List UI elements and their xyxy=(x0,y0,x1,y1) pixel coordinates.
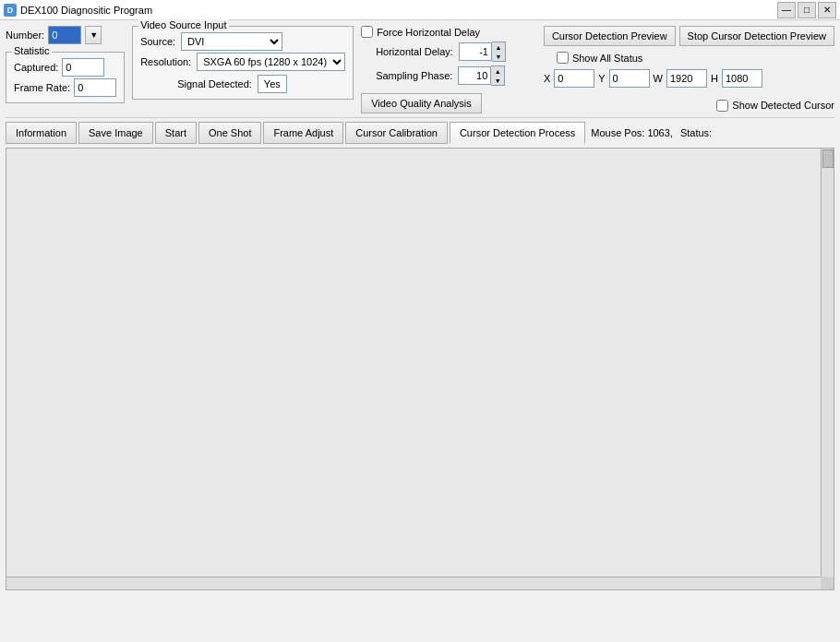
right-controls: Force Horizontal Delay Horizontal Delay:… xyxy=(361,26,834,113)
cursor-calibration-tab[interactable]: Cursor Calibration xyxy=(345,122,448,144)
hdelay-label: Horizontal Delay: xyxy=(376,46,453,57)
framerate-label: Frame Rate: xyxy=(14,82,70,93)
save-image-tab[interactable]: Save Image xyxy=(78,122,153,144)
scrollbar-vertical[interactable] xyxy=(821,149,834,589)
stop-cursor-detection-btn[interactable]: Stop Cursor Detection Preview xyxy=(679,26,834,46)
number-dropdown-btn[interactable]: ▼ xyxy=(85,26,102,44)
close-button[interactable]: ✕ xyxy=(818,2,836,18)
sampling-up-btn[interactable]: ▲ xyxy=(491,66,504,76)
x-label: X xyxy=(544,73,550,84)
cursor-detection-process-tab[interactable]: Cursor Detection Process xyxy=(450,122,585,144)
signal-row: Signal Detected: Yes xyxy=(140,75,345,93)
statistic-box: Statistic Captured: Frame Rate: xyxy=(6,52,125,103)
video-source-box: Video Source Input Source: DVI VGA HDMI … xyxy=(132,26,354,100)
framerate-input[interactable] xyxy=(74,78,116,97)
x-input[interactable] xyxy=(554,69,594,88)
information-tab[interactable]: Information xyxy=(6,122,77,144)
corner-resize xyxy=(821,577,834,589)
scrollbar-thumb-v xyxy=(822,149,834,168)
framerate-row: Frame Rate: xyxy=(14,78,116,97)
number-input[interactable] xyxy=(48,26,81,44)
status-label: Status: xyxy=(680,127,712,138)
resolution-label: Resolution: xyxy=(140,56,191,67)
w-label: W xyxy=(654,73,663,84)
video-source-label: Video Source Input xyxy=(138,19,228,30)
force-horizontal-label: Force Horizontal Delay xyxy=(377,27,480,38)
coords-row: X Y W H xyxy=(544,69,834,88)
hdelay-row: Horizontal Delay: ▲ ▼ xyxy=(361,42,506,62)
top-controls: Number: ▼ Statistic Captured: Frame Rate… xyxy=(6,26,834,113)
sampling-row: Sampling Phase: ▲ ▼ xyxy=(361,65,506,86)
start-tab[interactable]: Start xyxy=(155,122,197,144)
force-horizontal-row: Force Horizontal Delay xyxy=(361,26,506,38)
captured-input[interactable] xyxy=(62,58,104,77)
show-detected-label: Show Detected Cursor xyxy=(732,100,834,111)
show-all-checkbox[interactable] xyxy=(557,52,569,64)
status-bar: Mouse Pos: 1063, Status: xyxy=(591,127,712,138)
captured-row: Captured: xyxy=(14,58,116,77)
frame-adjust-tab[interactable]: Frame Adjust xyxy=(263,122,343,144)
canvas-area xyxy=(6,148,834,590)
hdelay-down-btn[interactable]: ▼ xyxy=(492,52,505,61)
mouse-pos: Mouse Pos: 1063, xyxy=(591,127,673,138)
window-title: DEX100 Diagnositic Program xyxy=(20,5,777,16)
title-bar: D DEX100 Diagnositic Program — □ ✕ xyxy=(0,0,840,20)
sampling-down-btn[interactable]: ▼ xyxy=(491,76,504,85)
hdelay-input[interactable] xyxy=(459,42,492,61)
window-controls: — □ ✕ xyxy=(777,2,836,18)
number-label: Number: xyxy=(6,30,44,41)
y-input[interactable] xyxy=(609,69,650,88)
force-horizontal-checkbox[interactable] xyxy=(361,26,373,38)
signal-label: Signal Detected: xyxy=(177,78,252,89)
hdelay-spinner: ▲ ▼ xyxy=(459,42,506,62)
app-icon: D xyxy=(4,4,17,17)
force-horizontal-check-wrap: Force Horizontal Delay xyxy=(361,26,480,38)
resolution-row: Resolution: SXGA 60 fps (1280 x 1024) 10… xyxy=(140,53,345,71)
one-shot-tab[interactable]: One Shot xyxy=(198,122,261,144)
show-all-label: Show All Status xyxy=(572,53,642,64)
toolbar: Information Save Image Start One Shot Fr… xyxy=(6,117,834,144)
show-all-row: Show All Status xyxy=(557,52,834,64)
scrollbar-horizontal[interactable] xyxy=(6,577,821,589)
source-label: Source: xyxy=(140,36,175,47)
sampling-input[interactable] xyxy=(458,66,491,85)
cursor-detection-preview-btn[interactable]: Cursor Detection Preview xyxy=(544,26,676,46)
h-label: H xyxy=(711,73,718,84)
captured-label: Captured: xyxy=(14,62,58,73)
cursor-detection-btns: Cursor Detection Preview Stop Cursor Det… xyxy=(544,26,834,46)
y-label: Y xyxy=(598,73,605,84)
resolution-select[interactable]: SXGA 60 fps (1280 x 1024) 1080p 60 fps (… xyxy=(197,53,345,71)
w-input[interactable] xyxy=(666,69,707,88)
number-row: Number: ▼ xyxy=(6,26,125,44)
minimize-button[interactable]: — xyxy=(777,2,796,18)
hdelay-spinner-btns: ▲ ▼ xyxy=(492,42,506,62)
video-quality-btn[interactable]: Video Quality Analysis xyxy=(361,93,482,113)
h-input[interactable] xyxy=(722,69,762,88)
show-detected-row: Show Detected Cursor xyxy=(716,100,834,112)
maximize-button[interactable]: □ xyxy=(798,2,816,18)
sampling-label: Sampling Phase: xyxy=(376,70,452,81)
sampling-spinner: ▲ ▼ xyxy=(458,65,505,86)
vqa-row: Video Quality Analysis xyxy=(361,93,482,113)
sampling-spinner-btns: ▲ ▼ xyxy=(491,65,505,86)
source-select[interactable]: DVI VGA HDMI xyxy=(181,32,282,51)
source-row: Source: DVI VGA HDMI xyxy=(140,32,345,51)
main-area: Number: ▼ Statistic Captured: Frame Rate… xyxy=(0,20,840,596)
hdelay-up-btn[interactable]: ▲ xyxy=(492,42,505,52)
signal-value: Yes xyxy=(258,75,287,93)
show-detected-checkbox[interactable] xyxy=(716,100,728,112)
statistic-label: Statistic xyxy=(12,45,52,56)
